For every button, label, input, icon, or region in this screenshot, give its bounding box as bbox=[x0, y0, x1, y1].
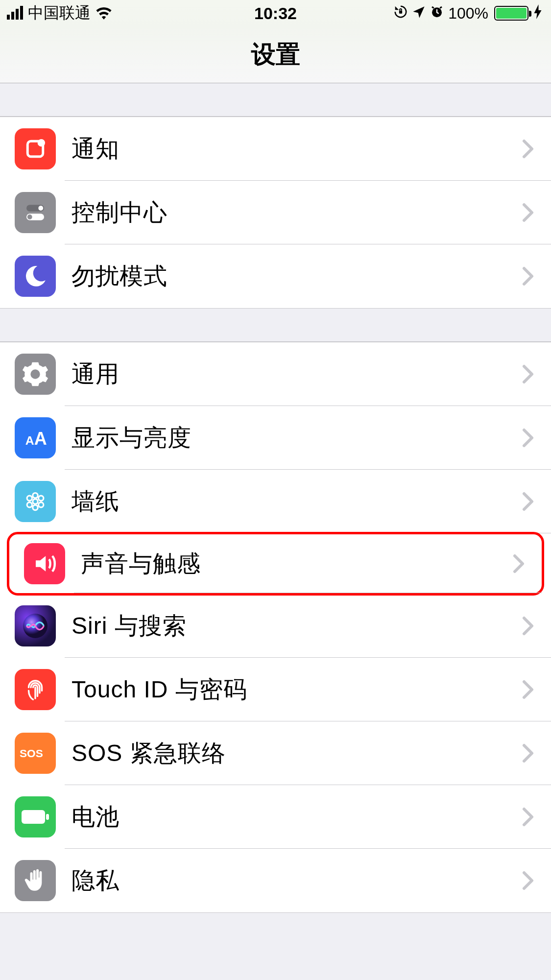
settings-section: 通用AA显示与亮度墙纸声音与触感Siri 与搜索Touch ID 与密码SOSS… bbox=[0, 342, 551, 913]
settings-row-touchid[interactable]: Touch ID 与密码 bbox=[0, 658, 551, 721]
settings-row-label: 勿扰模式 bbox=[72, 261, 522, 292]
text-size-icon: AA bbox=[15, 417, 56, 458]
svg-point-5 bbox=[38, 206, 43, 211]
chevron-right-icon bbox=[522, 266, 536, 286]
orientation-lock-icon bbox=[393, 4, 408, 23]
moon-icon bbox=[15, 256, 56, 297]
chevron-right-icon bbox=[512, 554, 527, 574]
svg-point-16 bbox=[39, 502, 44, 507]
settings-row-label: 显示与亮度 bbox=[72, 422, 522, 454]
charging-icon bbox=[533, 4, 542, 23]
chevron-right-icon bbox=[522, 680, 536, 699]
chevron-right-icon bbox=[522, 139, 536, 159]
settings-row-label: 隐私 bbox=[72, 865, 522, 896]
svg-rect-20 bbox=[46, 814, 49, 820]
speaker-icon bbox=[24, 543, 65, 584]
chevron-right-icon bbox=[522, 616, 536, 636]
hand-icon bbox=[15, 860, 56, 901]
chevron-right-icon bbox=[522, 743, 536, 763]
clock-label: 10:32 bbox=[254, 4, 297, 23]
settings-row-dnd[interactable]: 勿扰模式 bbox=[0, 244, 551, 308]
settings-row-label: 通用 bbox=[72, 359, 522, 390]
settings-row-sos[interactable]: SOSSOS 紧急联络 bbox=[0, 721, 551, 785]
svg-rect-19 bbox=[22, 810, 45, 824]
svg-point-12 bbox=[33, 505, 38, 510]
settings-row-general[interactable]: 通用 bbox=[0, 342, 551, 406]
chevron-right-icon bbox=[522, 428, 536, 448]
svg-text:SOS: SOS bbox=[20, 747, 43, 760]
fingerprint-icon bbox=[15, 669, 56, 710]
svg-point-3 bbox=[38, 139, 45, 146]
settings-row-label: 控制中心 bbox=[72, 197, 522, 228]
section-gap bbox=[0, 309, 551, 342]
chevron-right-icon bbox=[522, 203, 536, 222]
svg-point-11 bbox=[33, 493, 38, 498]
sos-icon: SOS bbox=[15, 733, 56, 774]
settings-row-wallpaper[interactable]: 墙纸 bbox=[0, 470, 551, 533]
gear-icon bbox=[15, 354, 56, 395]
svg-point-15 bbox=[27, 502, 32, 507]
toggles-icon bbox=[15, 192, 56, 233]
settings-row-label: 墙纸 bbox=[72, 486, 522, 517]
svg-rect-0 bbox=[399, 10, 402, 13]
settings-row-siri[interactable]: Siri 与搜索 bbox=[0, 594, 551, 658]
alarm-icon bbox=[430, 4, 444, 23]
svg-text:A: A bbox=[34, 429, 47, 449]
page-title: 设置 bbox=[251, 38, 300, 71]
chevron-right-icon bbox=[522, 364, 536, 384]
chevron-right-icon bbox=[522, 492, 536, 511]
status-bar: 中国联通 10:32 100% bbox=[0, 0, 551, 26]
flower-icon bbox=[15, 481, 56, 522]
svg-text:A: A bbox=[25, 434, 34, 447]
svg-point-7 bbox=[27, 215, 32, 219]
carrier-label: 中国联通 bbox=[28, 2, 91, 24]
settings-row-label: 通知 bbox=[72, 133, 522, 165]
settings-row-label: SOS 紧急联络 bbox=[72, 738, 522, 769]
svg-point-13 bbox=[27, 496, 32, 501]
settings-row-control-center[interactable]: 控制中心 bbox=[0, 181, 551, 244]
section-gap bbox=[0, 83, 551, 117]
location-icon bbox=[412, 4, 426, 23]
svg-point-14 bbox=[39, 496, 44, 501]
cell-signal-icon bbox=[7, 7, 23, 20]
chevron-right-icon bbox=[522, 807, 536, 827]
notification-icon bbox=[15, 128, 56, 169]
settings-row-notifications[interactable]: 通知 bbox=[0, 117, 551, 181]
svg-point-10 bbox=[33, 499, 38, 504]
settings-row-sounds[interactable]: 声音与触感 bbox=[7, 532, 544, 596]
nav-header: 设置 bbox=[0, 26, 551, 83]
settings-row-privacy[interactable]: 隐私 bbox=[0, 849, 551, 912]
chevron-right-icon bbox=[522, 871, 536, 890]
settings-row-label: 电池 bbox=[72, 801, 522, 833]
settings-section: 通知控制中心勿扰模式 bbox=[0, 117, 551, 309]
settings-row-label: Touch ID 与密码 bbox=[72, 674, 522, 705]
battery-percent-label: 100% bbox=[448, 4, 488, 23]
battery-icon bbox=[494, 6, 528, 21]
settings-row-label: Siri 与搜索 bbox=[72, 610, 522, 642]
wifi-icon bbox=[96, 7, 112, 20]
siri-icon bbox=[15, 605, 56, 646]
settings-row-battery[interactable]: 电池 bbox=[0, 785, 551, 849]
battery-icon bbox=[15, 796, 56, 837]
settings-row-display[interactable]: AA显示与亮度 bbox=[0, 406, 551, 470]
settings-row-label: 声音与触感 bbox=[81, 548, 512, 579]
